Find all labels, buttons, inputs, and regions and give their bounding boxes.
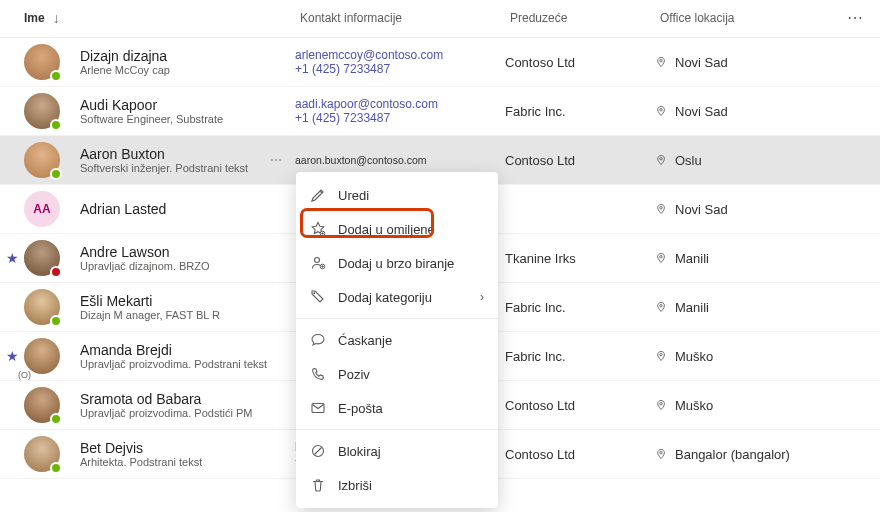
cell-name: Audi KapoorSoftware Engineer, Substrate <box>24 93 300 129</box>
chevron-right-icon: › <box>480 290 484 304</box>
cell-name: Ešli MekartiDizajn M anager, FAST BL R <box>24 289 300 325</box>
location-pin-icon <box>655 448 667 460</box>
cell-name: (O)Amanda BrejdiUpravljač proizvodima. P… <box>24 338 300 374</box>
cell-company: Fabric Inc. <box>505 104 655 119</box>
context-menu: Uredi Dodaj u omiljene Dodaj u brzo bira… <box>296 172 498 508</box>
favorite-star-slot[interactable]: ★ <box>0 250 24 266</box>
svg-point-8 <box>660 452 662 454</box>
svg-point-2 <box>660 158 662 160</box>
cell-name: Aaron BuxtonSoftverski inženjer. Podstra… <box>24 142 300 178</box>
office-text: Manili <box>675 251 709 266</box>
contact-subtitle: Arlene McCoy cap <box>80 64 170 76</box>
header-name-label: Ime <box>24 11 45 25</box>
menu-add-favorite[interactable]: Dodaj u omiljene <box>296 212 498 246</box>
presence-available-icon <box>50 315 62 327</box>
contact-subtitle: Upravljač proizvodima. Podstrani tekst <box>80 358 267 370</box>
svg-point-3 <box>660 207 662 209</box>
cell-company: Contoso Ltd <box>505 153 655 168</box>
avatar[interactable] <box>24 142 60 178</box>
avatar[interactable] <box>24 44 60 80</box>
location-pin-icon <box>655 56 667 68</box>
contact-name: Bet Dejvis <box>80 440 202 456</box>
menu-email[interactable]: E-pošta <box>296 391 498 425</box>
office-text: Novi Sad <box>675 202 728 217</box>
presence-available-icon <box>50 413 62 425</box>
contact-subtitle: Upravljač proizvodima. Podstići PM <box>80 407 252 419</box>
menu-call[interactable]: Poziv <box>296 357 498 391</box>
location-pin-icon <box>655 350 667 362</box>
star-filled-icon: ★ <box>6 250 19 266</box>
contact-email[interactable]: aaron.buxton@contoso.com <box>295 154 505 166</box>
header-col-office[interactable]: Office lokacija <box>660 11 830 25</box>
header-col-name[interactable]: Ime ↓ <box>0 10 300 26</box>
menu-chat[interactable]: Ćaskanje <box>296 323 498 357</box>
star-filled-icon: ★ <box>6 348 19 364</box>
contact-subtitle: Upravljač dizajnom. BRZO <box>80 260 210 272</box>
table-header: Ime ↓ Kontakt informacije Preduzeće Offi… <box>0 0 880 38</box>
menu-separator <box>296 318 498 319</box>
avatar[interactable] <box>24 289 60 325</box>
svg-point-7 <box>660 403 662 405</box>
menu-speed-dial-label: Dodaj u brzo biranje <box>338 256 454 271</box>
cell-office: Novi Sad <box>655 104 825 119</box>
cell-company: Fabric Inc. <box>505 349 655 364</box>
header-col-company[interactable]: Preduzeće <box>510 11 660 25</box>
table-row[interactable]: Audi KapoorSoftware Engineer, Substrate⋯… <box>0 87 880 136</box>
avatar[interactable] <box>24 93 60 129</box>
avatar[interactable] <box>24 436 60 472</box>
menu-add-category[interactable]: Dodaj kategoriju › <box>296 280 498 314</box>
header-col-contact[interactable]: Kontakt informacije <box>300 11 510 25</box>
row-more-icon[interactable]: ⋯ <box>270 153 283 167</box>
avatar[interactable] <box>24 240 60 276</box>
cell-office: Manili <box>655 251 825 266</box>
svg-point-5 <box>660 305 662 307</box>
svg-line-15 <box>315 448 322 455</box>
location-pin-icon <box>655 105 667 117</box>
contact-name: Andre Lawson <box>80 244 210 260</box>
contact-phone[interactable]: +1 (425) 7233487 <box>295 111 505 125</box>
contact-subtitle: Arhitekta. Podstrani tekst <box>80 456 202 468</box>
menu-block-label: Blokiraj <box>338 444 381 459</box>
svg-point-10 <box>315 258 320 263</box>
menu-call-label: Poziv <box>338 367 370 382</box>
cell-company: Fabric Inc. <box>505 300 655 315</box>
menu-edit[interactable]: Uredi <box>296 178 498 212</box>
contact-phone[interactable]: +1 (425) 7233487 <box>295 62 505 76</box>
menu-favorite-label: Dodaj u omiljene <box>338 222 435 237</box>
presence-available-icon <box>50 70 62 82</box>
menu-separator <box>296 429 498 430</box>
contact-name: Aaron Buxton <box>80 146 248 162</box>
office-text: Manili <box>675 300 709 315</box>
header-more-icon[interactable]: ⋯ <box>847 8 864 27</box>
contact-email[interactable]: aadi.kapoor@contoso.com <box>295 97 505 111</box>
menu-block[interactable]: Blokiraj <box>296 434 498 468</box>
menu-speed-dial[interactable]: Dodaj u brzo biranje <box>296 246 498 280</box>
avatar[interactable] <box>24 387 60 423</box>
pencil-icon <box>310 187 326 203</box>
cell-name: Sramota od BabaraUpravljač proizvodima. … <box>24 387 300 423</box>
location-pin-icon <box>655 301 667 313</box>
phone-icon <box>310 366 326 382</box>
cell-contact: arlenemccoy@contoso.com+1 (425) 7233487 <box>295 48 505 76</box>
mail-icon <box>310 400 326 416</box>
contact-name: Ešli Mekarti <box>80 293 220 309</box>
contact-name: Adrian Lasted <box>80 201 166 217</box>
contact-subtitle: Dizajn M anager, FAST BL R <box>80 309 220 321</box>
block-icon <box>310 443 326 459</box>
menu-delete-label: Izbriši <box>338 478 372 493</box>
cell-contact: aadi.kapoor@contoso.com+1 (425) 7233487 <box>295 97 505 125</box>
contact-name: Audi Kapoor <box>80 97 223 113</box>
table-row[interactable]: Dizajn dizajnaArlene McCoy cap⋯arlenemcc… <box>0 38 880 87</box>
cell-name: Andre LawsonUpravljač dizajnom. BRZO <box>24 240 300 276</box>
presence-available-icon <box>50 119 62 131</box>
avatar[interactable]: AA <box>24 191 60 227</box>
chat-icon <box>310 332 326 348</box>
svg-point-12 <box>313 292 315 294</box>
svg-point-6 <box>660 354 662 356</box>
office-text: Oslu <box>675 153 702 168</box>
contact-email[interactable]: arlenemccoy@contoso.com <box>295 48 505 62</box>
menu-delete[interactable]: Izbriši <box>296 468 498 502</box>
contact-subtitle: Software Engineer, Substrate <box>80 113 223 125</box>
avatar[interactable]: (O) <box>24 338 60 374</box>
favorite-star-slot[interactable]: ★ <box>0 348 24 364</box>
